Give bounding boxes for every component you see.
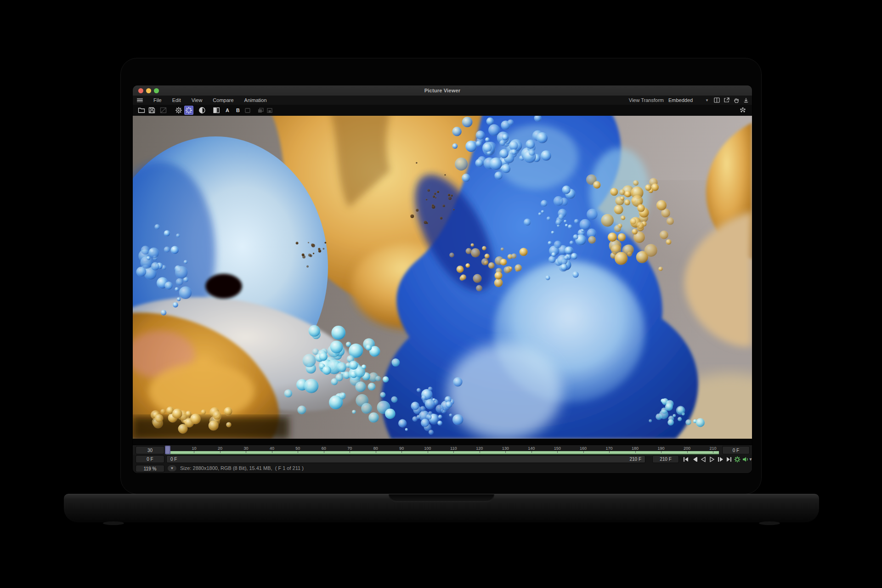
zoom-level-field[interactable]: 119 % <box>136 465 164 472</box>
minimize-button[interactable] <box>146 88 151 93</box>
compare-ab-button[interactable] <box>212 106 221 115</box>
image-viewer-canvas[interactable] <box>133 116 752 445</box>
ruler-tick-label: 130 <box>502 446 509 451</box>
goto-start-button[interactable] <box>682 456 690 463</box>
timeline-ruler[interactable]: 1020304050607080901001101201301401501601… <box>166 445 722 455</box>
toolbar: A B <box>133 105 752 116</box>
save-copy-button[interactable] <box>265 106 274 115</box>
laptop-foot <box>759 521 780 525</box>
image-info-text: Size: 2880x1800, RGB (8 Bit), 15.41 MB, … <box>180 465 304 471</box>
frame-range-slider[interactable]: 0 F 210 F <box>166 455 645 463</box>
laptop-foot <box>103 521 124 525</box>
ruler-tick-label: 70 <box>347 446 352 451</box>
end-frame-field[interactable]: 210 F <box>652 455 679 463</box>
ruler-tick-label: 190 <box>658 446 665 451</box>
ruler-tick-label: 40 <box>270 446 274 451</box>
laptop-base <box>64 494 819 522</box>
status-bar: 119 % ▼ Size: 2880x1800, RGB (8 Bit), 15… <box>133 464 752 473</box>
lid-scoop-notch <box>389 494 494 502</box>
title-bar[interactable]: Picture Viewer <box>133 85 752 96</box>
range-end-label: 210 F <box>629 457 641 462</box>
close-button[interactable] <box>138 88 143 93</box>
menu-animation[interactable]: Animation <box>244 97 267 103</box>
ruler-tick-label: 170 <box>606 446 613 451</box>
rendered-image <box>133 116 752 439</box>
ruler-tick-label: 180 <box>632 446 639 451</box>
render-settings-gear-button-selected[interactable] <box>184 106 193 115</box>
save-button[interactable] <box>147 106 156 115</box>
timeline-ruler-row: 30 1020304050607080901001101201301401501… <box>133 445 752 455</box>
split-view-icon[interactable] <box>713 97 720 104</box>
next-frame-button[interactable] <box>717 456 725 463</box>
frame-box-right[interactable]: 0 F <box>722 446 750 454</box>
ruler-tick-label: 100 <box>424 446 431 451</box>
filter-color-wheel-icon[interactable] <box>738 106 747 115</box>
fps-field[interactable]: 30 <box>136 446 164 454</box>
current-frame-field[interactable]: 0 F <box>136 455 164 463</box>
ruler-tick-label: 80 <box>373 446 378 451</box>
zoom-dropdown-caret[interactable]: ▼ <box>168 465 176 471</box>
range-start-label: 0 F <box>170 457 177 462</box>
timeline-range-row: 0 F 0 F 210 F 210 F ▼ <box>133 455 752 464</box>
ruler-tick-label: 10 <box>192 446 196 451</box>
ruler-tick-label: 90 <box>399 446 404 451</box>
play-forward-button[interactable] <box>708 456 716 463</box>
hamburger-menu-icon[interactable] <box>137 98 143 102</box>
playback-settings-gear-icon[interactable] <box>733 456 741 463</box>
ruler-tick-label: 110 <box>450 446 457 451</box>
menu-view[interactable]: View <box>192 97 203 103</box>
playhead-marker[interactable] <box>165 446 170 454</box>
ruler-tick-label: 150 <box>554 446 561 451</box>
goto-end-button[interactable] <box>725 456 733 463</box>
swap-ab-button[interactable] <box>243 106 252 115</box>
window-title: Picture Viewer <box>424 88 460 93</box>
clear-image-button[interactable] <box>158 106 168 115</box>
ruler-tick-label: 140 <box>528 446 535 451</box>
play-backward-button[interactable] <box>699 456 707 463</box>
open-folder-button[interactable] <box>137 106 146 115</box>
ruler-tick-label: 160 <box>580 446 587 451</box>
ruler-tick-label: 50 <box>295 446 300 451</box>
menu-compare[interactable]: Compare <box>213 97 233 103</box>
dock-down-icon[interactable] <box>742 97 749 104</box>
contrast-icon-button[interactable] <box>198 106 207 115</box>
view-transform-dropdown[interactable]: Embedded ▼ <box>667 97 711 104</box>
detach-window-icon[interactable] <box>723 97 730 104</box>
pan-hand-icon[interactable] <box>733 97 740 104</box>
previous-frame-button[interactable] <box>690 456 699 463</box>
set-b-button[interactable]: B <box>233 106 243 115</box>
ruler-tick-label: 30 <box>243 446 248 451</box>
chevron-down-icon: ▼ <box>705 98 709 102</box>
cancel-render-gear-button[interactable] <box>174 106 183 115</box>
zoom-button[interactable] <box>154 88 159 93</box>
playback-options-caret[interactable]: ▼ <box>748 456 752 463</box>
ruler-tick-label: 60 <box>322 446 326 451</box>
ruler-tick-label: 20 <box>218 446 222 451</box>
view-transform-label: View Transform <box>629 97 664 103</box>
copy-image-button[interactable] <box>256 106 265 115</box>
menu-bar: File Edit View Compare Animation View Tr… <box>133 96 752 105</box>
ruler-tick-label: 200 <box>684 446 690 451</box>
picture-viewer-window: Picture Viewer File Edit View Compare An… <box>133 85 752 473</box>
ruler-tick-label: 210 <box>709 446 716 451</box>
menu-file[interactable]: File <box>153 97 162 103</box>
menu-edit[interactable]: Edit <box>172 97 181 103</box>
set-a-button[interactable]: A <box>223 106 232 115</box>
ruler-tick-label: 120 <box>476 446 483 451</box>
